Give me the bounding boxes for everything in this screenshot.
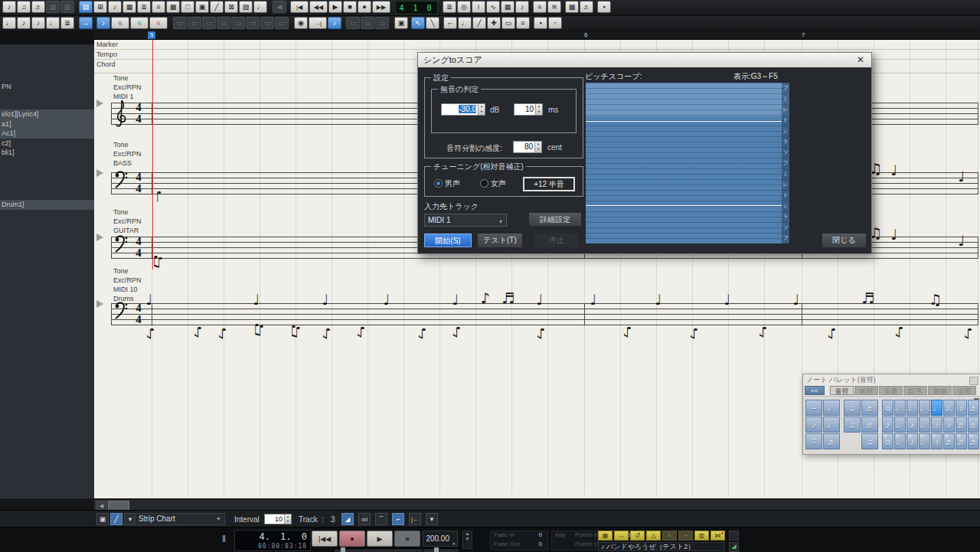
palette-note-button[interactable]: ♬ [968, 416, 979, 433]
palette-note-button[interactable]: ♩ [931, 400, 942, 416]
marker-toggle[interactable]: △ [646, 531, 661, 541]
slur-tool-button[interactable]: ╱ [472, 17, 486, 29]
interval-spinner[interactable]: ▲▼ [284, 514, 291, 524]
slope-view-button[interactable]: ◢ [341, 513, 354, 525]
play-button[interactable]: ▶ [367, 531, 393, 547]
palette-note-button[interactable]: N♬ [968, 433, 979, 449]
snap-left-button[interactable]: |← [409, 513, 421, 525]
track-handle-icon[interactable] [96, 234, 103, 241]
note-glyph[interactable]: ♩ [890, 227, 897, 242]
panel-button[interactable]: ▪ [597, 1, 611, 13]
note-glyph[interactable]: ♩ [452, 292, 459, 307]
rewind-button[interactable]: ◀◀ [309, 1, 328, 13]
play-button[interactable]: ▶ [328, 1, 342, 13]
tenuto-button[interactable]: ▭ [202, 17, 216, 29]
undo-button[interactable]: ▤ [46, 1, 60, 13]
male-radio[interactable] [434, 179, 443, 188]
note-glyph[interactable]: ♪ [193, 325, 202, 339]
turn-button[interactable]: ▭ [260, 17, 274, 29]
sensitivity-spinner[interactable]: ▲▼ [534, 142, 541, 152]
mixer-button[interactable]: ≣ [137, 1, 151, 13]
palette-note-button[interactable]: ♪ [805, 416, 822, 433]
glissando-button[interactable]: ▭ [275, 17, 289, 29]
measure-number[interactable]: 5 [148, 31, 155, 39]
palette-note-button[interactable]: ♪ [906, 416, 918, 433]
palette-note-button[interactable]: ♬ [861, 416, 878, 433]
palette-note-button[interactable]: N♪ [931, 433, 942, 449]
palette-note-button[interactable]: ♩. [919, 400, 930, 416]
palette-note-button[interactable]: ♫ [861, 433, 878, 449]
measure-number[interactable]: 6 [584, 31, 587, 39]
sidebar-track-item[interactable]: bli1] [0, 148, 94, 158]
note-glyph[interactable]: ♩ [145, 292, 152, 307]
close-button[interactable]: 閉じる [822, 234, 866, 247]
note-glyph[interactable]: ♩ [155, 189, 162, 204]
new-score-button[interactable]: ♪ [2, 1, 16, 13]
palette-tab-全部[interactable]: 全部 [952, 386, 976, 395]
note-glyph[interactable]: ♪ [322, 326, 331, 341]
select-mode-button[interactable]: ▣ [394, 17, 408, 29]
note-glyph[interactable]: ♩ [655, 292, 662, 307]
measure-number[interactable]: 7 [802, 31, 805, 39]
view-mode-select[interactable]: Strip Chart▼ [135, 513, 225, 525]
palette-note-button[interactable]: N♬ [943, 433, 955, 449]
mini-button-b[interactable]: ◢ [729, 542, 739, 552]
palette-collapse-button[interactable]: << [805, 386, 825, 395]
sidebar-track-item[interactable]: PN [0, 82, 94, 92]
test-button[interactable]: テスト(T) [478, 234, 522, 247]
palette-note-button[interactable]: ♩. [894, 400, 906, 416]
db-spinner[interactable]: ▲▼ [478, 104, 485, 115]
note-glyph[interactable]: ♫ [253, 323, 266, 338]
sensitivity-input[interactable]: 80 ▲▼ [513, 141, 542, 153]
tuplet-red-button[interactable]: \\ [149, 17, 168, 29]
redo-button[interactable]: ▥ [60, 1, 74, 13]
note-tool-button[interactable]: ♩ [458, 17, 472, 29]
locator-button[interactable]: ≣ [443, 1, 456, 13]
jump-button[interactable]: →| [309, 17, 327, 29]
curve-view-button[interactable]: ⌒ [375, 513, 387, 525]
palette-note-button[interactable]: ⌣ [805, 400, 822, 416]
pencil-button[interactable]: ╱ [210, 1, 224, 13]
stop-button[interactable]: ■ [394, 531, 420, 547]
female-radio[interactable] [480, 179, 488, 188]
lyric-button[interactable]: ▭ [346, 17, 360, 29]
whole-note-button[interactable]: ♩ [2, 17, 16, 29]
tempo-display[interactable]: 200.00▸ [423, 531, 458, 547]
mini-button-a[interactable] [729, 531, 739, 541]
spin-down-icon[interactable]: ▼ [463, 537, 472, 542]
step-input-button[interactable]: ♪ [515, 1, 529, 13]
sidebar-track-item[interactable]: elo1][Lyric4] [0, 109, 94, 119]
palette-tab-音符[interactable]: 音符 [830, 386, 854, 395]
palette-note-button[interactable]: ♩ [919, 416, 930, 433]
note-glyph[interactable]: ♩ [536, 292, 543, 307]
mixer-toggle[interactable]: ▥ [694, 531, 709, 541]
wave-button[interactable]: ∿ [486, 1, 500, 13]
loop-toggle[interactable]: ↺ [630, 531, 645, 541]
palette-note-button[interactable]: N♬ [956, 433, 967, 449]
note-glyph[interactable]: ♩ [792, 292, 799, 307]
measure-ruler[interactable]: 567 [94, 31, 980, 40]
tempo-slider-thumb[interactable] [434, 547, 439, 552]
note-glyph[interactable]: ♩ [383, 292, 390, 307]
note-glyph[interactable]: ♩ [724, 292, 730, 307]
palette-note-button[interactable]: ♫ [844, 400, 861, 416]
fermata-button[interactable]: ▭ [217, 17, 230, 29]
palette-note-button[interactable]: ♫ [844, 416, 861, 433]
list-tool-button[interactable]: ≡ [533, 1, 547, 13]
palette-tab-記号[interactable]: 記号 [903, 386, 927, 395]
save-button[interactable]: ♬ [31, 1, 45, 13]
detail-settings-button[interactable]: 詳細設定 [529, 213, 581, 226]
palette-note-button[interactable]: No [882, 433, 893, 449]
mini-button-1[interactable]: ▪ [534, 17, 547, 29]
palette-note-button[interactable]: ♬ [968, 400, 979, 416]
palette-note-button[interactable]: ♪. [943, 400, 955, 416]
note-glyph[interactable]: ♫ [929, 292, 942, 307]
note-glyph[interactable]: ♪ [622, 325, 632, 339]
note-glyph[interactable]: ♫ [289, 325, 302, 339]
palette-note-button[interactable]: ♬ [823, 433, 840, 449]
eighth-note-button[interactable]: ♩ [46, 17, 60, 29]
pointer-tool-button[interactable]: ↖ [411, 17, 425, 29]
line-tool-button[interactable]: ⌐ [443, 17, 457, 29]
stop-button[interactable]: ■ [343, 1, 357, 13]
tie-button[interactable]: ↔ [79, 17, 93, 29]
